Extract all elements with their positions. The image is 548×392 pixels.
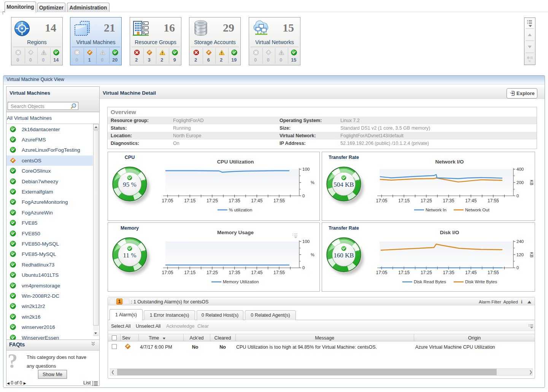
- svg-text:17:55: 17:55: [273, 198, 285, 203]
- svg-text:100: 100: [302, 239, 310, 244]
- svg-text:Network Out: Network Out: [465, 208, 490, 212]
- svg-text:Memory Usage: Memory Usage: [217, 230, 254, 235]
- svg-text:400: 400: [516, 167, 524, 171]
- svg-text:120: 120: [516, 252, 524, 257]
- svg-text:17:15: 17:15: [398, 270, 410, 275]
- svg-text:11 %: 11 %: [123, 252, 137, 259]
- svg-text:Transfer Rate: Transfer Rate: [329, 225, 359, 231]
- svg-text:17:25: 17:25: [206, 198, 218, 203]
- svg-text:CPU: CPU: [125, 155, 135, 160]
- svg-text:0: 0: [516, 265, 519, 270]
- svg-text:Disk Write Bytes: Disk Write Bytes: [465, 279, 497, 284]
- svg-text:%: %: [311, 180, 315, 185]
- svg-text:0: 0: [516, 194, 519, 198]
- svg-text:17:35: 17:35: [443, 198, 454, 203]
- svg-text:95 %: 95 %: [123, 181, 136, 188]
- svg-text:Network In: Network In: [426, 208, 446, 212]
- svg-text:17:25: 17:25: [421, 198, 432, 203]
- svg-text:Disk Read Bytes: Disk Read Bytes: [414, 279, 446, 284]
- svg-text:17:35: 17:35: [443, 270, 454, 275]
- svg-text:Transfer Rate: Transfer Rate: [329, 155, 359, 160]
- svg-text:17:55: 17:55: [488, 270, 499, 275]
- svg-text:Disk I/O: Disk I/O: [440, 230, 459, 235]
- svg-text:17:55: 17:55: [488, 198, 499, 203]
- svg-text:17:25: 17:25: [206, 270, 218, 275]
- svg-text:% utilization: % utilization: [229, 208, 252, 212]
- svg-text:KB: KB: [529, 180, 534, 186]
- svg-text:CPU Utilization: CPU Utilization: [217, 159, 254, 165]
- svg-text:17:15: 17:15: [184, 198, 195, 203]
- svg-text:Memory Utilization: Memory Utilization: [223, 279, 259, 284]
- svg-text:0: 0: [302, 194, 305, 198]
- svg-text:17:35: 17:35: [229, 270, 240, 275]
- svg-text:17:05: 17:05: [376, 270, 387, 275]
- svg-text:17:05: 17:05: [162, 198, 173, 203]
- svg-text:17:15: 17:15: [398, 198, 410, 203]
- svg-text:17:45: 17:45: [251, 198, 262, 203]
- svg-text:17:35: 17:35: [229, 198, 240, 203]
- svg-text:17:45: 17:45: [465, 198, 477, 203]
- svg-text:240: 240: [516, 239, 524, 244]
- svg-text:Memory: Memory: [121, 225, 139, 231]
- svg-text:Network I/O: Network I/O: [435, 159, 464, 165]
- svg-text:160 KB: 160 KB: [334, 252, 354, 259]
- svg-text:0: 0: [302, 265, 305, 270]
- svg-text:%: %: [311, 252, 315, 257]
- svg-text:17:25: 17:25: [421, 270, 432, 275]
- svg-text:504 KB: 504 KB: [334, 181, 354, 188]
- svg-text:100: 100: [302, 167, 310, 171]
- svg-text:200: 200: [516, 180, 524, 185]
- svg-text:17:45: 17:45: [465, 270, 477, 275]
- svg-text:17:45: 17:45: [251, 270, 262, 275]
- svg-text:17:55: 17:55: [273, 270, 285, 275]
- svg-text:17:15: 17:15: [184, 270, 195, 275]
- svg-text:17:05: 17:05: [162, 270, 173, 275]
- svg-text:KB: KB: [529, 252, 534, 258]
- svg-text:17:05: 17:05: [376, 198, 387, 203]
